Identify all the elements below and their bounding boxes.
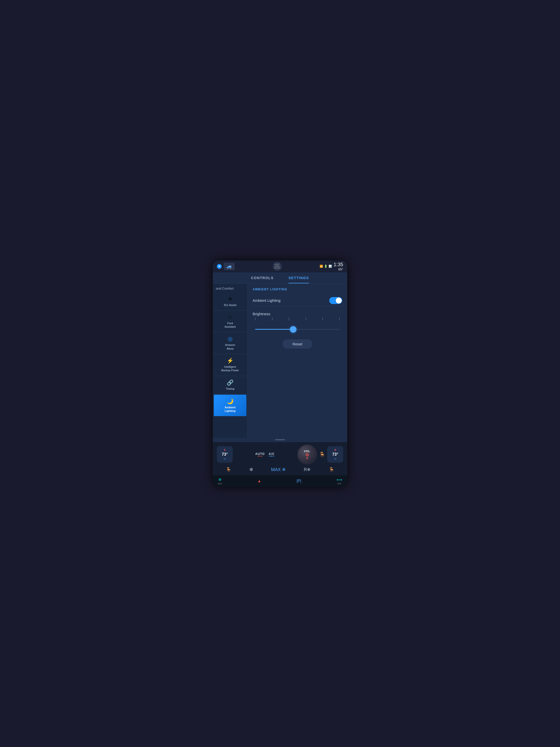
vol-knob[interactable]: VOL ⏻ (297, 444, 317, 464)
climate-bottom-row: 🪑 ❇ MAX ❄ R❄ 🪑 (217, 466, 343, 473)
slider-fill (255, 329, 293, 330)
max-defrost-icon: ❄ (218, 477, 221, 482)
scroll-indicator (213, 438, 347, 442)
lane-off-icon: ⟺ (337, 477, 342, 482)
seat-heat-icon[interactable]: 🪑 (319, 452, 325, 457)
vol-dot (306, 457, 308, 459)
ac-label[interactable]: A/C (269, 452, 275, 456)
brightness-section: Brightness (252, 312, 342, 351)
device-frame: ✕ 🚙 BUILTFORDTOUGH 📶 🔋 📊 1:35 65° CONTRO… (213, 260, 347, 487)
ac-dot-3 (273, 456, 274, 457)
status-right: 📶 🔋 📊 1:35 65° (320, 262, 343, 271)
sidebar-item-911-assist[interactable]: ✳ 911 Assist (213, 292, 247, 310)
auto-label[interactable]: AUTO (256, 452, 265, 456)
911-assist-icon: ✳ (228, 296, 233, 302)
max-defrost-btn[interactable]: ❄ MAX (218, 477, 222, 485)
lane-off-btn[interactable]: ⟺ OFF (337, 477, 342, 485)
tick-1 (255, 317, 256, 320)
sidebar-item-ambient-lighting[interactable]: 🌙 AmbientLighting (214, 395, 246, 417)
built-ford-tough-badge: BUILTFORDTOUGH (273, 262, 282, 271)
lane-off-label: OFF (338, 483, 342, 485)
climate-bar: + 73° − AUTO A/C (213, 442, 347, 475)
ac-dot-2 (271, 456, 272, 457)
sidebar-item-amazon-alexa[interactable]: ◎ AmazonAlexa (213, 332, 247, 354)
auto-ac-row: AUTO A/C (256, 452, 274, 457)
rear-defrost-btn[interactable]: R❄ (304, 467, 311, 472)
max-ac-btn[interactable]: MAX ❄ (271, 467, 286, 472)
dot-2 (260, 456, 261, 457)
tick-4 (305, 317, 306, 320)
towing-icon: 🔗 (227, 380, 234, 386)
outside-temp: 65° (338, 267, 343, 271)
sidebar-item-intelligent-backup[interactable]: ⚡ IntelligentBackup Power (213, 354, 247, 376)
slider-ticks (255, 317, 340, 320)
tab-bar: CONTROLS SETTINGS (213, 273, 347, 284)
seat-heat-btn-right[interactable]: 🪑 (329, 467, 334, 472)
sidebar-label-911-assist: 911 Assist (224, 303, 236, 307)
time-display: 1:35 (334, 262, 343, 267)
vol-label: VOL (304, 450, 310, 453)
sidebar-label-towing: Towing (226, 387, 234, 390)
max-defrost-label: MAX (218, 483, 222, 485)
ambient-lighting-section-title: AMBIENT LIGHTING (252, 288, 342, 291)
climate-top-row: + 73° − AUTO A/C (217, 444, 343, 464)
hazard-icon: ▲ (257, 479, 261, 483)
truck-icon: 🚙 (224, 263, 235, 270)
left-temp-value: 73° (222, 452, 228, 457)
park-icon: |P| (296, 479, 301, 483)
intelligent-backup-icon: ⚡ (227, 358, 234, 364)
left-temp-plus[interactable]: + (223, 448, 226, 452)
right-temp-plus[interactable]: + (334, 448, 336, 452)
connectivity-icons: 📶 🔋 📊 (320, 265, 332, 268)
left-temp-control[interactable]: + 73° − (217, 446, 233, 463)
tab-controls[interactable]: CONTROLS (251, 276, 274, 283)
dot-1 (258, 456, 259, 457)
seat-left-icon: 🪑 (226, 467, 231, 472)
ambient-lighting-setting-row: Ambient Lighting (252, 295, 342, 306)
slider-track (255, 329, 340, 330)
vol-knob-wrap: VOL ⏻ (297, 444, 317, 464)
main-screen: CONTROLS SETTINGS and Comfort ✳ 911 Assi… (213, 273, 347, 442)
seat-heat-btn-left[interactable]: 🪑 (226, 467, 231, 472)
sidebar-item-towing[interactable]: 🔗 Towing (213, 376, 247, 394)
slider-thumb[interactable] (290, 326, 296, 333)
sidebar-label-amazon-alexa: AmazonAlexa (225, 343, 235, 350)
status-bar: ✕ 🚙 BUILTFORDTOUGH 📶 🔋 📊 1:35 65° (213, 260, 347, 273)
max-ac-icon: MAX ❄ (271, 467, 286, 472)
signal-icon: 📊 (328, 265, 332, 268)
right-temp-control[interactable]: + 73° − (327, 446, 343, 463)
sidebar-label-ambient-lighting: AmbientLighting (225, 406, 236, 413)
tab-settings[interactable]: SETTINGS (289, 276, 309, 283)
brightness-slider-container[interactable] (255, 322, 340, 337)
right-temp-value: 73° (332, 452, 338, 457)
brightness-label: Brightness (252, 312, 342, 316)
tick-6 (339, 317, 340, 320)
climate-center: AUTO A/C (235, 452, 295, 457)
park-btn[interactable]: |P| (296, 479, 301, 483)
toggle-knob (336, 298, 342, 304)
sidebar-label-intelligent-backup: IntelligentBackup Power (221, 365, 239, 372)
hazard-btn[interactable]: ▲ (257, 479, 261, 483)
ambient-lighting-toggle[interactable] (329, 297, 342, 304)
right-temp-minus[interactable]: − (334, 457, 336, 461)
seat-right-icon: 🪑 (329, 467, 334, 472)
sidebar-label-ford-assistant: FordAssistant (224, 321, 236, 329)
fan-speed-btn[interactable]: ❇ (249, 467, 253, 472)
physical-bar: ❄ MAX ▲ |P| ⟺ OFF (213, 475, 347, 487)
power-icon: ⏻ (305, 453, 309, 457)
dot-3 (261, 456, 262, 457)
sidebar-item-ford-assistant[interactable]: ♘ FordAssistant (213, 310, 247, 332)
rear-defrost-icon: R❄ (304, 467, 311, 472)
fan-icon: ❇ (249, 467, 253, 472)
sidebar: and Comfort ✳ 911 Assist ♘ FordAssistant… (213, 284, 248, 438)
tick-2 (272, 317, 272, 320)
content-area: and Comfort ✳ 911 Assist ♘ FordAssistant… (213, 284, 347, 438)
left-temp-minus[interactable]: − (223, 457, 226, 461)
tick-3 (289, 317, 289, 320)
reset-button[interactable]: Reset (283, 339, 312, 349)
auto-indicator (258, 456, 262, 457)
close-button[interactable]: ✕ (217, 264, 222, 269)
wifi-icon: 📶 (320, 265, 323, 268)
tick-5 (322, 317, 323, 320)
scroll-dot (275, 439, 285, 440)
